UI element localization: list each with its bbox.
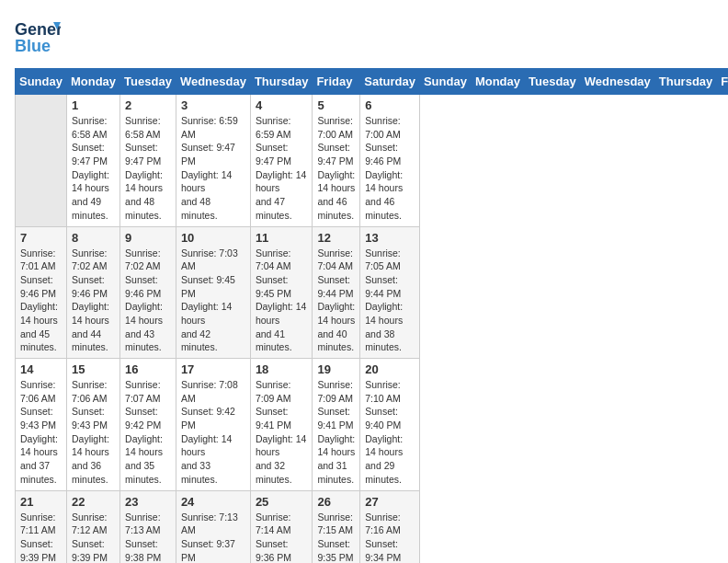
day-number: 12 xyxy=(317,231,355,245)
weekday-header: Thursday xyxy=(654,69,717,95)
day-number: 27 xyxy=(365,495,415,509)
day-number: 2 xyxy=(125,98,171,112)
day-info: Sunrise: 7:11 AMSunset: 9:39 PMDaylight:… xyxy=(20,511,62,564)
logo-icon: General Blue xyxy=(15,15,61,61)
calendar-cell: 2Sunrise: 6:58 AMSunset: 9:47 PMDaylight… xyxy=(120,95,176,227)
calendar-cell: 25Sunrise: 7:14 AMSunset: 9:36 PMDayligh… xyxy=(250,490,313,563)
day-info: Sunrise: 7:08 AMSunset: 9:42 PMDaylight:… xyxy=(181,378,245,487)
day-info: Sunrise: 7:12 AMSunset: 9:39 PMDaylight:… xyxy=(72,511,115,564)
day-info: Sunrise: 7:15 AMSunset: 9:35 PMDaylight:… xyxy=(317,511,355,564)
day-info: Sunrise: 7:02 AMSunset: 9:46 PMDaylight:… xyxy=(125,247,171,355)
calendar-cell: 24Sunrise: 7:13 AMSunset: 9:37 PMDayligh… xyxy=(176,490,250,563)
calendar-cell: 1Sunrise: 6:58 AMSunset: 9:47 PMDaylight… xyxy=(66,95,119,227)
calendar-cell: 5Sunrise: 7:00 AMSunset: 9:47 PMDaylight… xyxy=(313,95,360,227)
day-info: Sunrise: 6:59 AMSunset: 9:47 PMDaylight:… xyxy=(181,114,245,223)
calendar-cell: 15Sunrise: 7:06 AMSunset: 9:43 PMDayligh… xyxy=(66,359,119,491)
weekday-header: Friday xyxy=(717,69,728,95)
calendar-cell: 13Sunrise: 7:05 AMSunset: 9:44 PMDayligh… xyxy=(360,226,420,359)
calendar-week-row: 21Sunrise: 7:11 AMSunset: 9:39 PMDayligh… xyxy=(16,490,729,563)
day-number: 23 xyxy=(125,495,171,509)
logo: General Blue xyxy=(15,15,61,61)
day-info: Sunrise: 7:07 AMSunset: 9:42 PMDaylight:… xyxy=(125,378,171,487)
calendar-table: SundayMondayTuesdayWednesdayThursdayFrid… xyxy=(15,68,728,563)
day-number: 6 xyxy=(365,98,415,112)
calendar-cell: 19Sunrise: 7:09 AMSunset: 9:41 PMDayligh… xyxy=(313,359,360,491)
day-info: Sunrise: 7:04 AMSunset: 9:45 PMDaylight:… xyxy=(256,247,308,355)
day-info: Sunrise: 7:03 AMSunset: 9:45 PMDaylight:… xyxy=(181,247,245,355)
weekday-header-sunday: Sunday xyxy=(16,69,67,95)
day-number: 3 xyxy=(181,98,245,112)
day-info: Sunrise: 6:58 AMSunset: 9:47 PMDaylight:… xyxy=(125,114,171,223)
day-number: 18 xyxy=(256,362,308,376)
day-info: Sunrise: 7:04 AMSunset: 9:44 PMDaylight:… xyxy=(317,247,355,355)
day-info: Sunrise: 7:16 AMSunset: 9:34 PMDaylight:… xyxy=(365,511,415,564)
day-info: Sunrise: 7:10 AMSunset: 9:40 PMDaylight:… xyxy=(365,378,415,487)
day-number: 7 xyxy=(20,231,62,245)
day-number: 8 xyxy=(72,231,115,245)
day-info: Sunrise: 6:59 AMSunset: 9:47 PMDaylight:… xyxy=(256,114,308,223)
calendar-week-row: 7Sunrise: 7:01 AMSunset: 9:46 PMDaylight… xyxy=(16,226,729,359)
calendar-header-row: SundayMondayTuesdayWednesdayThursdayFrid… xyxy=(16,69,729,95)
day-number: 5 xyxy=(317,98,355,112)
weekday-header: Wednesday xyxy=(580,69,654,95)
calendar-cell: 16Sunrise: 7:07 AMSunset: 9:42 PMDayligh… xyxy=(120,359,176,491)
day-number: 14 xyxy=(20,362,62,376)
day-number: 25 xyxy=(256,495,308,509)
weekday-header-tuesday: Tuesday xyxy=(120,69,176,95)
weekday-header-monday: Monday xyxy=(66,69,119,95)
day-info: Sunrise: 7:00 AMSunset: 9:46 PMDaylight:… xyxy=(365,114,415,223)
weekday-header: Monday xyxy=(471,69,524,95)
day-number: 9 xyxy=(125,231,171,245)
day-number: 11 xyxy=(256,231,308,245)
day-number: 17 xyxy=(181,362,245,376)
calendar-week-row: 14Sunrise: 7:06 AMSunset: 9:43 PMDayligh… xyxy=(16,359,729,491)
day-info: Sunrise: 7:06 AMSunset: 9:43 PMDaylight:… xyxy=(20,378,62,487)
day-info: Sunrise: 7:01 AMSunset: 9:46 PMDaylight:… xyxy=(20,247,62,355)
weekday-header: Sunday xyxy=(419,69,471,95)
calendar-cell: 6Sunrise: 7:00 AMSunset: 9:46 PMDaylight… xyxy=(360,95,420,227)
weekday-header: Tuesday xyxy=(525,69,581,95)
weekday-header-wednesday: Wednesday xyxy=(176,69,250,95)
day-number: 20 xyxy=(365,362,415,376)
day-number: 10 xyxy=(181,231,245,245)
calendar-cell: 4Sunrise: 6:59 AMSunset: 9:47 PMDaylight… xyxy=(250,95,313,227)
calendar-cell: 11Sunrise: 7:04 AMSunset: 9:45 PMDayligh… xyxy=(250,226,313,359)
day-info: Sunrise: 7:00 AMSunset: 9:47 PMDaylight:… xyxy=(317,114,355,223)
calendar-cell: 20Sunrise: 7:10 AMSunset: 9:40 PMDayligh… xyxy=(360,359,420,491)
day-number: 15 xyxy=(72,362,115,376)
calendar-cell: 22Sunrise: 7:12 AMSunset: 9:39 PMDayligh… xyxy=(66,490,119,563)
day-number: 1 xyxy=(72,98,115,112)
day-number: 22 xyxy=(72,495,115,509)
day-info: Sunrise: 7:09 AMSunset: 9:41 PMDaylight:… xyxy=(256,378,308,487)
day-info: Sunrise: 7:05 AMSunset: 9:44 PMDaylight:… xyxy=(365,247,415,355)
day-number: 24 xyxy=(181,495,245,509)
day-number: 21 xyxy=(20,495,62,509)
weekday-header-thursday: Thursday xyxy=(250,69,313,95)
calendar-cell: 3Sunrise: 6:59 AMSunset: 9:47 PMDaylight… xyxy=(176,95,250,227)
calendar-cell: 7Sunrise: 7:01 AMSunset: 9:46 PMDaylight… xyxy=(16,226,67,359)
day-info: Sunrise: 7:09 AMSunset: 9:41 PMDaylight:… xyxy=(317,378,355,487)
day-number: 19 xyxy=(317,362,355,376)
calendar-cell: 12Sunrise: 7:04 AMSunset: 9:44 PMDayligh… xyxy=(313,226,360,359)
calendar-cell: 10Sunrise: 7:03 AMSunset: 9:45 PMDayligh… xyxy=(176,226,250,359)
weekday-header-saturday: Saturday xyxy=(360,69,420,95)
calendar-cell: 23Sunrise: 7:13 AMSunset: 9:38 PMDayligh… xyxy=(120,490,176,563)
weekday-header-friday: Friday xyxy=(313,69,360,95)
calendar-cell: 21Sunrise: 7:11 AMSunset: 9:39 PMDayligh… xyxy=(16,490,67,563)
day-info: Sunrise: 7:06 AMSunset: 9:43 PMDaylight:… xyxy=(72,378,115,487)
day-info: Sunrise: 7:14 AMSunset: 9:36 PMDaylight:… xyxy=(256,511,308,564)
day-info: Sunrise: 6:58 AMSunset: 9:47 PMDaylight:… xyxy=(72,114,115,223)
svg-text:Blue: Blue xyxy=(15,37,51,55)
page-header: General Blue xyxy=(15,15,713,61)
calendar-cell: 18Sunrise: 7:09 AMSunset: 9:41 PMDayligh… xyxy=(250,359,313,491)
day-number: 13 xyxy=(365,231,415,245)
day-number: 26 xyxy=(317,495,355,509)
day-number: 4 xyxy=(256,98,308,112)
calendar-cell: 9Sunrise: 7:02 AMSunset: 9:46 PMDaylight… xyxy=(120,226,176,359)
calendar-week-row: 1Sunrise: 6:58 AMSunset: 9:47 PMDaylight… xyxy=(16,95,729,227)
calendar-cell: 14Sunrise: 7:06 AMSunset: 9:43 PMDayligh… xyxy=(16,359,67,491)
calendar-cell xyxy=(16,95,67,227)
calendar-cell: 8Sunrise: 7:02 AMSunset: 9:46 PMDaylight… xyxy=(66,226,119,359)
day-info: Sunrise: 7:02 AMSunset: 9:46 PMDaylight:… xyxy=(72,247,115,355)
day-info: Sunrise: 7:13 AMSunset: 9:37 PMDaylight:… xyxy=(181,511,245,564)
